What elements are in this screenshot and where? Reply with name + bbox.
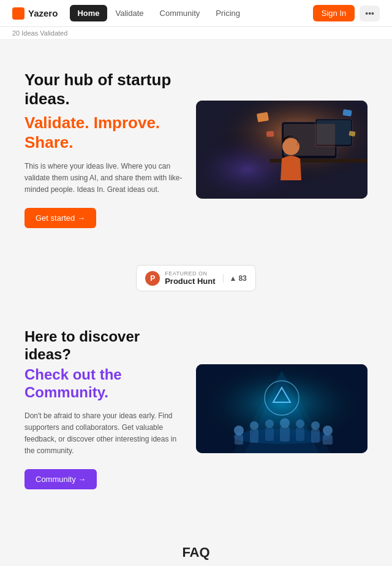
ph-badge-section: P FEATURED ON Product Hunt ▲ 83: [0, 253, 392, 310]
community-button[interactable]: Community →: [24, 469, 97, 489]
svg-point-23: [265, 419, 274, 428]
svg-rect-12: [266, 131, 274, 137]
menu-button[interactable]: •••: [360, 6, 380, 21]
svg-point-9: [282, 138, 300, 155]
hero-image: [196, 101, 368, 199]
ph-count: ▲ 83: [223, 274, 247, 283]
svg-point-27: [323, 426, 333, 435]
svg-rect-31: [280, 427, 290, 442]
faq-section: FAQ How does Yazero work?▲Yazero is a st…: [0, 520, 392, 566]
hero-title: Your hub of startup ideas.: [24, 71, 184, 109]
signin-button[interactable]: Sign In: [313, 5, 355, 21]
svg-rect-32: [296, 427, 304, 441]
svg-rect-33: [311, 429, 320, 443]
svg-rect-28: [235, 435, 243, 445]
community-description: Don't be afraid to share your ideas earl…: [24, 410, 184, 457]
hero-illustration: [196, 101, 368, 199]
community-text: Here to discover ideas? Check out the Co…: [24, 328, 184, 489]
svg-point-21: [234, 426, 244, 435]
nav-right: Sign In •••: [313, 5, 380, 21]
nav-home[interactable]: Home: [70, 5, 107, 21]
hero-subtitle: Validate. Improve. Share.: [24, 113, 184, 151]
hero-section: Your hub of startup ideas. Validate. Imp…: [0, 40, 392, 253]
svg-point-24: [280, 418, 290, 428]
nav-links: Home Validate Community Pricing: [58, 5, 312, 21]
get-started-button[interactable]: Get started →: [24, 208, 96, 228]
community-img-inner: [196, 364, 368, 453]
svg-rect-34: [323, 435, 333, 445]
svg-rect-29: [250, 429, 258, 443]
community-section: Here to discover ideas? Check out the Co…: [0, 310, 392, 520]
hero-description: This is where your ideas live. Where you…: [24, 161, 184, 196]
community-image: [196, 364, 368, 453]
ph-badge[interactable]: P FEATURED ON Product Hunt ▲ 83: [136, 265, 256, 291]
ph-logo-icon: P: [145, 271, 160, 286]
banner-text: 20 Ideas Validated: [12, 29, 67, 37]
community-subtitle: Check out the Community.: [24, 366, 184, 402]
brand-name: Yazero: [28, 8, 58, 18]
ph-arrow-icon: ▲: [230, 274, 237, 283]
svg-point-25: [296, 419, 304, 428]
ph-text-group: FEATURED ON Product Hunt: [165, 270, 215, 286]
svg-rect-30: [265, 427, 274, 441]
logo-icon: [12, 7, 24, 20]
ph-featured-label: FEATURED ON: [165, 270, 215, 277]
brand-logo[interactable]: Yazero: [12, 7, 58, 20]
navbar: Yazero Home Validate Community Pricing S…: [0, 0, 392, 27]
ph-count-number: 83: [238, 274, 246, 283]
svg-rect-11: [342, 109, 352, 117]
svg-point-22: [250, 421, 258, 430]
community-illustration: [196, 364, 368, 453]
ideas-banner: 20 Ideas Validated: [0, 27, 392, 40]
nav-pricing[interactable]: Pricing: [208, 5, 247, 21]
hero-image-inner: [196, 101, 368, 199]
community-title: Here to discover ideas?: [24, 328, 184, 364]
nav-community[interactable]: Community: [153, 5, 208, 21]
hero-text: Your hub of startup ideas. Validate. Imp…: [24, 71, 184, 228]
svg-point-26: [311, 421, 320, 430]
ph-name: Product Hunt: [165, 277, 215, 286]
nav-validate[interactable]: Validate: [108, 5, 151, 21]
faq-title: FAQ: [24, 545, 368, 560]
